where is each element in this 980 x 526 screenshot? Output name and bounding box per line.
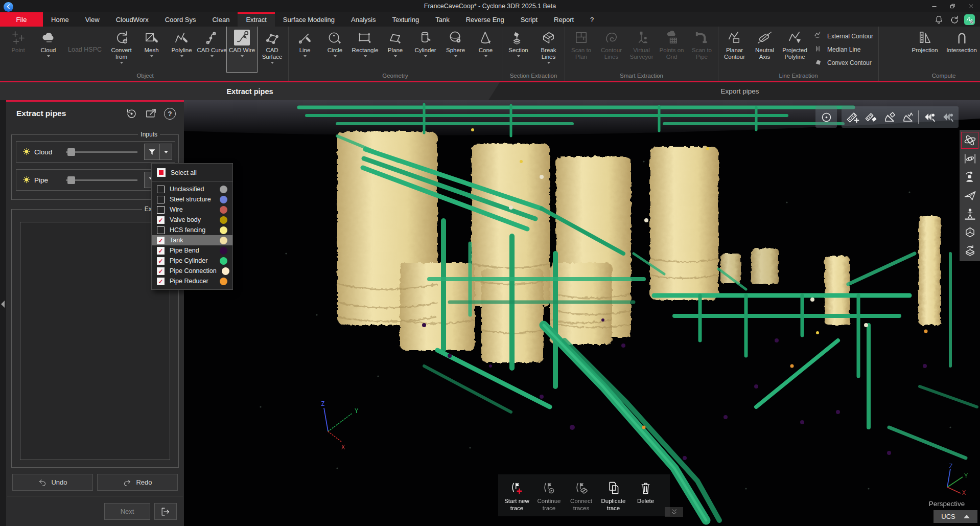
projection-mode-label[interactable]: Perspective: [917, 500, 977, 508]
ribbon-button-sphere[interactable]: Sphere: [440, 27, 471, 72]
cloud-class-filter-button[interactable]: [144, 144, 172, 160]
constrained-orbit-button[interactable]: [961, 150, 978, 167]
point-cloud-scene[interactable]: Z Y X: [184, 100, 980, 526]
filter-item-select-all[interactable]: Select all: [152, 166, 232, 181]
filter-item-hcs-fencing[interactable]: HCS fencing: [152, 225, 232, 235]
ribbon-button-projection[interactable]: Projection: [907, 27, 943, 72]
filter-item-pipe-connection[interactable]: ✓Pipe Connection: [152, 266, 232, 276]
ribbon-button-circle[interactable]: Circle: [320, 27, 350, 72]
filter-item-pipe-bend[interactable]: ✓Pipe Bend: [152, 245, 232, 256]
ribbon-button-point[interactable]: Point: [3, 27, 33, 72]
ribbon-button-convex-contour[interactable]: Convex Contour: [814, 58, 873, 67]
collapse-toolbar-button[interactable]: [665, 507, 683, 517]
walk-mode-button[interactable]: [961, 205, 978, 222]
restore-button[interactable]: [943, 1, 962, 12]
ribbon-button-cad-curve[interactable]: CAD Curve: [197, 27, 227, 72]
pipe-opacity-slider[interactable]: [66, 179, 137, 181]
back-button[interactable]: [4, 2, 13, 12]
look-around-button[interactable]: [961, 169, 978, 186]
menu-tab-reverse-eng[interactable]: Reverse Eng: [458, 12, 512, 27]
menu-tab-extract[interactable]: Extract: [238, 12, 274, 27]
delete-trace-button[interactable]: Delete: [629, 481, 662, 512]
cloud-opacity-slider[interactable]: [66, 151, 137, 153]
checkbox[interactable]: [157, 206, 165, 214]
checkbox[interactable]: ✓: [157, 247, 165, 255]
minimize-button[interactable]: [925, 1, 943, 12]
delete-measurement-button[interactable]: [861, 108, 880, 126]
help-icon[interactable]: ?: [164, 108, 176, 120]
ribbon-button-virtual-surveyor[interactable]: Virtual Surveyor: [626, 27, 657, 72]
undo-button[interactable]: Undo: [12, 474, 93, 491]
ribbon-button-cad-surface[interactable]: CAD Surface: [257, 27, 287, 72]
ribbon-button-scan-to-plan[interactable]: Scan to Plan: [566, 27, 596, 72]
center-view-button[interactable]: [817, 108, 835, 126]
ribbon-button-mesh[interactable]: Mesh: [136, 27, 167, 72]
checkbox[interactable]: ✓: [157, 278, 165, 285]
redo-button[interactable]: Redo: [97, 474, 178, 491]
ribbon-button-intersection[interactable]: Intersection: [943, 27, 980, 72]
turntable-button[interactable]: [961, 242, 978, 259]
checkbox[interactable]: [157, 186, 165, 193]
ribbon-button-projected-polyline[interactable]: Projected Polyline: [780, 27, 810, 72]
ribbon-button-break-lines[interactable]: Break Lines: [533, 27, 564, 72]
ribbon-button-planar-contour[interactable]: Planar Contour: [719, 27, 750, 72]
menu-tab-report[interactable]: Report: [546, 12, 582, 27]
visibility-bulb-icon[interactable]: [22, 175, 31, 185]
labels-button[interactable]: [920, 108, 939, 126]
checkbox[interactable]: ✓: [157, 237, 165, 244]
menu-tab-coord-sys[interactable]: Coord Sys: [157, 12, 204, 27]
panel-collapse-arrow-icon[interactable]: [1, 301, 5, 308]
checkbox[interactable]: ✓: [157, 257, 165, 265]
ribbon-button-neutral-axis[interactable]: Neutral Axis: [750, 27, 780, 72]
add-measurement-button[interactable]: [843, 108, 861, 126]
exit-command-button[interactable]: [154, 503, 177, 520]
menu-tab-file[interactable]: File: [0, 12, 43, 27]
menu-tab-clean[interactable]: Clean: [204, 12, 238, 27]
popout-icon[interactable]: [145, 107, 157, 120]
command-tab-extract-pipes[interactable]: Extract pipes: [0, 82, 500, 100]
sync-icon[interactable]: [949, 14, 960, 25]
notifications-bell-icon[interactable]: [934, 14, 944, 25]
panel-collapse-rail[interactable]: [0, 100, 6, 526]
continue-trace-button[interactable]: Continue trace: [533, 481, 565, 512]
reset-history-icon[interactable]: [125, 107, 138, 120]
menu-tab-view[interactable]: View: [77, 12, 108, 27]
slider-handle[interactable]: [67, 176, 75, 184]
filter-item-unclassified[interactable]: Unclassified: [152, 184, 232, 194]
extract-result-list[interactable]: [20, 222, 170, 460]
menu-tab-cloudworx[interactable]: CloudWorx: [108, 12, 157, 27]
fly-mode-button[interactable]: [961, 187, 978, 204]
angle-curve-measure-button[interactable]: [898, 108, 917, 126]
ribbon-button-cad-wire[interactable]: CAD Wire: [227, 27, 257, 72]
menu-tab-analysis[interactable]: Analysis: [343, 12, 384, 27]
checkbox[interactable]: ✓: [157, 216, 165, 224]
filter-item-steel-structure[interactable]: Steel structure: [152, 194, 232, 204]
orbit-mode-button[interactable]: [961, 132, 978, 149]
command-tab-export-pipes[interactable]: Export pipes: [500, 82, 980, 100]
ribbon-button-load-hspc[interactable]: Load HSPC: [63, 46, 106, 53]
filter-item-pipe-reducer[interactable]: ✓Pipe Reducer: [152, 276, 232, 286]
viewport-3d[interactable]: Z Y X: [184, 100, 980, 526]
ribbon-button-external-contour[interactable]: External Contour: [814, 31, 873, 41]
checkbox[interactable]: [157, 196, 165, 203]
view-cube-button[interactable]: [961, 224, 978, 241]
ribbon-button-rectangle[interactable]: Rectangle: [350, 27, 380, 72]
angle-measure-button[interactable]: [880, 108, 898, 126]
duplicate-trace-button[interactable]: Duplicate trace: [597, 481, 629, 512]
ribbon-button-polyline[interactable]: Polyline: [167, 27, 197, 72]
slider-handle[interactable]: [67, 148, 75, 156]
ribbon-button-cylinder[interactable]: Cylinder: [410, 27, 440, 72]
menu-tab-tank[interactable]: Tank: [427, 12, 457, 27]
ribbon-button-median-line[interactable]: Median Line: [814, 44, 873, 54]
menu-tab-surface-modeling[interactable]: Surface Modeling: [275, 12, 343, 27]
sketch-disabled-icon[interactable]: [964, 14, 975, 25]
labels-alt-button[interactable]: [939, 108, 957, 126]
checkbox[interactable]: [157, 226, 165, 234]
checkbox[interactable]: ✓: [157, 267, 165, 275]
visibility-bulb-icon[interactable]: [22, 147, 31, 156]
ribbon-button-points-on-grid[interactable]: Points on Grid: [657, 27, 687, 72]
filter-item-pipe-cylinder[interactable]: ✓Pipe Cylinder: [152, 256, 232, 266]
filter-item-valve-body[interactable]: ✓Valve body: [152, 215, 232, 225]
menu-tab-texturing[interactable]: Texturing: [384, 12, 427, 27]
next-button[interactable]: Next: [104, 503, 150, 520]
